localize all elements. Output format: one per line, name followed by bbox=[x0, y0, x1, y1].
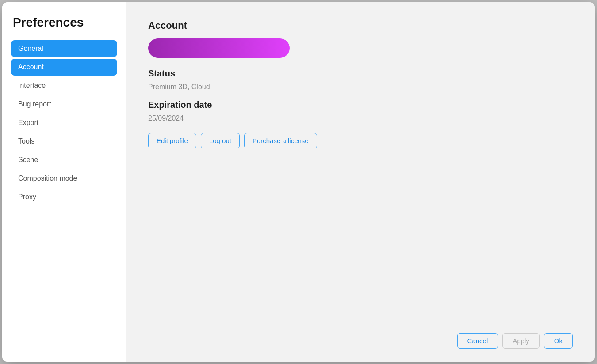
sidebar: Preferences General Account Interface Bu… bbox=[2, 2, 126, 362]
main-content: Account Status Premium 3D, Cloud Expirat… bbox=[126, 2, 595, 362]
app-title: Preferences bbox=[11, 15, 117, 30]
edit-profile-button[interactable]: Edit profile bbox=[148, 133, 196, 148]
status-label: Status bbox=[148, 68, 573, 79]
sidebar-item-export[interactable]: Export bbox=[11, 114, 117, 131]
apply-button[interactable]: Apply bbox=[502, 333, 540, 349]
sidebar-item-composition-mode[interactable]: Composition mode bbox=[11, 170, 117, 187]
sidebar-item-general[interactable]: General bbox=[11, 40, 117, 57]
sidebar-item-bug-report[interactable]: Bug report bbox=[11, 96, 117, 113]
footer-buttons: Cancel Apply Ok bbox=[457, 333, 573, 349]
sidebar-item-account[interactable]: Account bbox=[11, 59, 117, 76]
purchase-license-button[interactable]: Purchase a license bbox=[244, 133, 317, 148]
log-out-button[interactable]: Log out bbox=[201, 133, 240, 148]
expiration-label: Expiration date bbox=[148, 100, 573, 110]
sidebar-item-proxy[interactable]: Proxy bbox=[11, 189, 117, 205]
expiration-value: 25/09/2024 bbox=[148, 114, 573, 122]
preferences-dialog: Preferences General Account Interface Bu… bbox=[2, 2, 595, 362]
cancel-button[interactable]: Cancel bbox=[457, 333, 498, 349]
action-buttons: Edit profile Log out Purchase a license bbox=[148, 133, 573, 148]
sidebar-item-interface[interactable]: Interface bbox=[11, 77, 117, 94]
status-value: Premium 3D, Cloud bbox=[148, 83, 573, 91]
ok-button[interactable]: Ok bbox=[544, 333, 573, 349]
section-title: Account bbox=[148, 20, 573, 31]
sidebar-item-scene[interactable]: Scene bbox=[11, 152, 117, 168]
sidebar-item-tools[interactable]: Tools bbox=[11, 133, 117, 150]
avatar-bar bbox=[148, 38, 290, 58]
